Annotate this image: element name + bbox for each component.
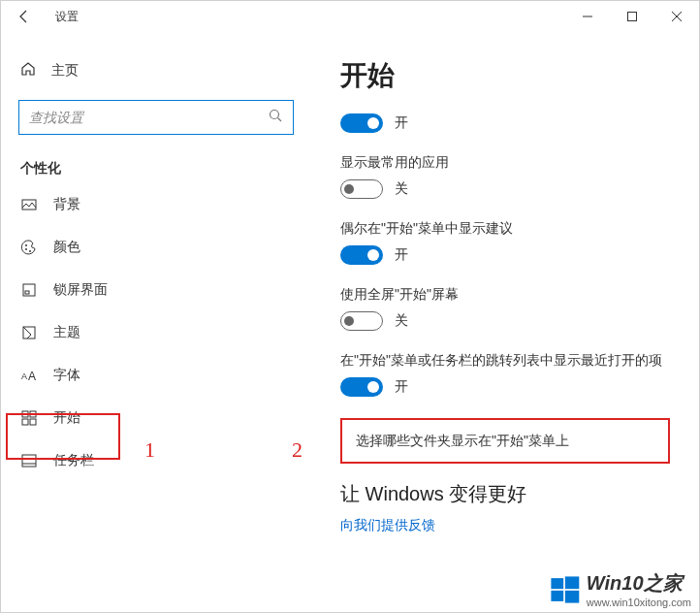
- start-icon: [20, 410, 38, 426]
- choose-folders-link[interactable]: 选择哪些文件夹显示在"开始"菜单上: [340, 418, 670, 464]
- sidebar-item-label: 颜色: [53, 239, 80, 256]
- palette-icon: [20, 240, 38, 255]
- annotation-number-2: 2: [292, 437, 302, 463]
- category-label: 个性化: [1, 145, 311, 183]
- sidebar-item-label: 字体: [53, 367, 80, 384]
- home-label: 主页: [51, 62, 79, 80]
- svg-point-6: [25, 248, 27, 250]
- toggle-state-text: 关: [395, 312, 408, 330]
- sidebar-item-label: 锁屏界面: [53, 281, 108, 299]
- setting-label: 使用全屏"开始"屏幕: [340, 286, 670, 304]
- lockscreen-icon: [20, 282, 38, 298]
- toggle-most-used[interactable]: [340, 179, 383, 199]
- svg-rect-19: [551, 578, 563, 589]
- sidebar-item-label: 背景: [53, 196, 80, 213]
- svg-rect-14: [30, 411, 36, 417]
- section-title: 让 Windows 变得更好: [340, 481, 670, 507]
- toggle-state-text: 开: [395, 114, 408, 132]
- sidebar-item-start[interactable]: 开始: [1, 397, 311, 439]
- watermark-url: www.win10xitong.com: [587, 597, 691, 608]
- svg-text:A: A: [28, 370, 36, 382]
- sidebar-item-lockscreen[interactable]: 锁屏界面: [1, 269, 311, 311]
- svg-rect-16: [30, 419, 36, 425]
- svg-rect-22: [565, 590, 579, 602]
- maximize-button[interactable]: [610, 1, 654, 32]
- page-title: 开始: [340, 57, 670, 94]
- annotation-number-1: 1: [144, 437, 155, 463]
- windows-logo-icon: [548, 573, 581, 606]
- svg-line-3: [278, 118, 282, 122]
- content-pane: 开始 开 显示最常用的应用 关 偶尔在"开始"菜单中显示建议 开 使: [311, 32, 699, 612]
- sidebar: 主页 个性化 背景 颜色 锁屏界面 主题 AA 字体: [1, 32, 311, 612]
- svg-point-5: [25, 244, 27, 246]
- font-icon: AA: [20, 369, 38, 382]
- sidebar-item-background[interactable]: 背景: [1, 183, 311, 226]
- svg-rect-9: [25, 291, 29, 294]
- sidebar-item-fonts[interactable]: AA 字体: [1, 354, 311, 397]
- watermark: Win10之家 www.win10xitong.com: [548, 570, 691, 608]
- toggle-jumplist[interactable]: [340, 377, 383, 397]
- svg-rect-17: [22, 455, 36, 467]
- feedback-link[interactable]: 向我们提供反馈: [340, 517, 670, 534]
- close-button[interactable]: [654, 1, 699, 32]
- toggle-suggestions[interactable]: [340, 245, 383, 265]
- toggle-fullscreen[interactable]: [340, 311, 383, 331]
- svg-point-7: [29, 250, 31, 252]
- home-icon: [20, 61, 36, 81]
- svg-rect-15: [22, 419, 28, 425]
- theme-icon: [20, 325, 38, 340]
- sidebar-item-themes[interactable]: 主题: [1, 311, 311, 354]
- svg-rect-21: [551, 590, 563, 600]
- home-link[interactable]: 主页: [1, 51, 311, 90]
- sidebar-item-label: 主题: [53, 324, 80, 341]
- sidebar-item-taskbar[interactable]: 任务栏: [1, 439, 311, 482]
- sidebar-item-label: 开始: [53, 409, 80, 427]
- svg-point-2: [270, 111, 279, 119]
- setting-label: 偶尔在"开始"菜单中显示建议: [340, 220, 670, 238]
- taskbar-icon: [20, 453, 38, 468]
- toggle-state-text: 开: [395, 246, 408, 264]
- setting-label: 在"开始"菜单或任务栏的跳转列表中显示最近打开的项: [340, 352, 670, 370]
- search-input[interactable]: [29, 110, 268, 125]
- svg-rect-20: [565, 576, 579, 589]
- window-title: 设置: [55, 9, 79, 25]
- search-box[interactable]: [18, 100, 294, 135]
- toggle-state-text: 开: [395, 378, 408, 396]
- svg-text:A: A: [21, 371, 27, 381]
- svg-rect-1: [628, 13, 637, 21]
- sidebar-item-colors[interactable]: 颜色: [1, 226, 311, 269]
- sidebar-item-label: 任务栏: [53, 452, 94, 469]
- link-text: 选择哪些文件夹显示在"开始"菜单上: [356, 433, 569, 448]
- toggle-state-text: 关: [395, 180, 408, 198]
- image-icon: [20, 197, 38, 212]
- svg-rect-13: [22, 411, 28, 417]
- setting-label: 显示最常用的应用: [340, 154, 670, 172]
- minimize-button[interactable]: [565, 1, 610, 32]
- back-button[interactable]: [9, 1, 40, 32]
- search-icon: [268, 108, 283, 127]
- toggle-show-more-tiles[interactable]: [340, 113, 383, 133]
- watermark-brand: Win10之家: [587, 572, 683, 594]
